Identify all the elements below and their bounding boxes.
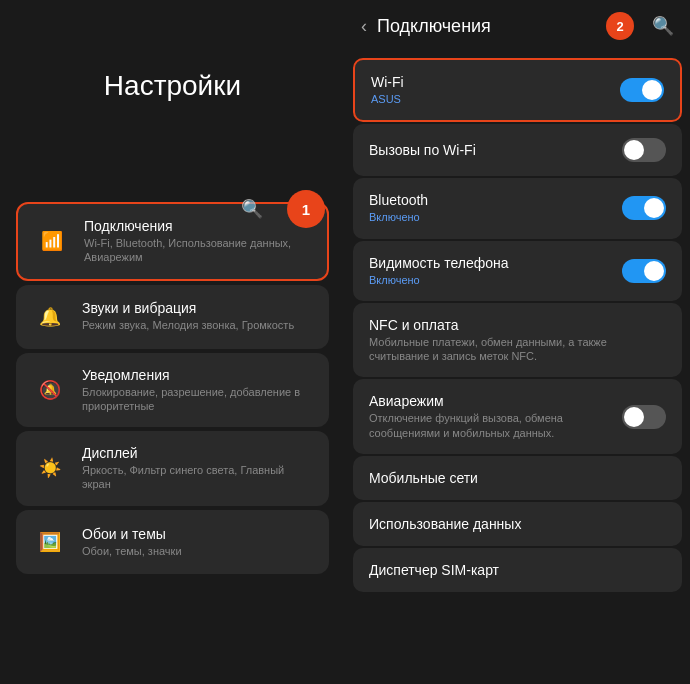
search-button-right[interactable]: 🔍 [652, 15, 674, 37]
menu-list: 📶 Подключения Wi-Fi, Bluetooth, Использо… [16, 202, 329, 574]
bluetooth-subtitle: Включено [369, 210, 612, 224]
setting-bluetooth[interactable]: Bluetooth Включено [353, 178, 682, 238]
notifications-icon: 🔕 [32, 372, 68, 408]
setting-sim-manager[interactable]: Диспетчер SIM-карт [353, 548, 682, 592]
badge-2: 2 [606, 12, 634, 40]
wifi-calling-toggle-thumb [624, 140, 644, 160]
wifi-calling-toggle[interactable] [622, 138, 666, 162]
display-icon: ☀️ [32, 450, 68, 486]
sim-manager-title: Диспетчер SIM-карт [369, 562, 666, 578]
nfc-subtitle: Мобильные платежи, обмен данными, а такж… [369, 335, 666, 364]
bluetooth-toggle-thumb [644, 198, 664, 218]
themes-title: Обои и темы [82, 526, 182, 542]
sounds-subtitle: Режим звука, Мелодия звонка, Громкость [82, 318, 294, 332]
wifi-toggle[interactable] [620, 78, 664, 102]
phone-visibility-toggle-thumb [644, 261, 664, 281]
display-subtitle: Яркость, Фильтр синего света, Главный эк… [82, 463, 313, 492]
themes-icon: 🖼️ [32, 524, 68, 560]
phone-visibility-title: Видимость телефона [369, 255, 612, 271]
badge-1: 1 [287, 190, 325, 228]
menu-item-sounds[interactable]: 🔔 Звуки и вибрация Режим звука, Мелодия … [16, 285, 329, 349]
wifi-title: Wi-Fi [371, 74, 610, 90]
nfc-title: NFC и оплата [369, 317, 666, 333]
left-icons-row: 🔍 1 [233, 190, 325, 228]
menu-item-display[interactable]: ☀️ Дисплей Яркость, Фильтр синего света,… [16, 431, 329, 506]
search-button-left[interactable]: 🔍 [233, 190, 271, 228]
left-panel: Настройки 🔍 1 📶 Подключения Wi-Fi, Bluet… [0, 0, 345, 684]
themes-subtitle: Обои, темы, значки [82, 544, 182, 558]
mobile-networks-title: Мобильные сети [369, 470, 666, 486]
search-icon-left: 🔍 [241, 198, 263, 220]
app-title: Настройки [104, 70, 241, 102]
wifi-calling-title: Вызовы по Wi-Fi [369, 142, 612, 158]
setting-nfc[interactable]: NFC и оплата Мобильные платежи, обмен да… [353, 303, 682, 378]
wifi-subtitle: ASUS [371, 92, 610, 106]
setting-wifi[interactable]: Wi-Fi ASUS [353, 58, 682, 122]
connections-subtitle: Wi-Fi, Bluetooth, Использование данных, … [84, 236, 311, 265]
setting-mobile-networks[interactable]: Мобильные сети [353, 456, 682, 500]
back-button[interactable]: ‹ [361, 16, 367, 37]
wifi-toggle-thumb [642, 80, 662, 100]
phone-visibility-subtitle: Включено [369, 273, 612, 287]
setting-airplane[interactable]: Авиарежим Отключение функций вызова, обм… [353, 379, 682, 454]
connections-icon: 📶 [34, 223, 70, 259]
bluetooth-title: Bluetooth [369, 192, 612, 208]
data-usage-title: Использование данных [369, 516, 666, 532]
menu-item-themes[interactable]: 🖼️ Обои и темы Обои, темы, значки [16, 510, 329, 574]
display-title: Дисплей [82, 445, 313, 461]
right-panel: ‹ Подключения 2 🔍 Wi-Fi ASUS Вызовы по W… [345, 0, 690, 684]
right-header: ‹ Подключения 2 🔍 [345, 0, 690, 52]
airplane-subtitle: Отключение функций вызова, обмена сообще… [369, 411, 612, 440]
sounds-icon: 🔔 [32, 299, 68, 335]
airplane-toggle[interactable] [622, 405, 666, 429]
setting-data-usage[interactable]: Использование данных [353, 502, 682, 546]
menu-item-notifications[interactable]: 🔕 Уведомления Блокирование, разрешение, … [16, 353, 329, 428]
settings-list: Wi-Fi ASUS Вызовы по Wi-Fi Bluetooth Вкл… [345, 52, 690, 684]
sounds-title: Звуки и вибрация [82, 300, 294, 316]
setting-wifi-calling[interactable]: Вызовы по Wi-Fi [353, 124, 682, 176]
phone-visibility-toggle[interactable] [622, 259, 666, 283]
bluetooth-toggle[interactable] [622, 196, 666, 220]
right-panel-title: Подключения [377, 16, 596, 37]
notifications-title: Уведомления [82, 367, 313, 383]
notifications-subtitle: Блокирование, разрешение, добавление в п… [82, 385, 313, 414]
setting-phone-visibility[interactable]: Видимость телефона Включено [353, 241, 682, 301]
airplane-toggle-thumb [624, 407, 644, 427]
airplane-title: Авиарежим [369, 393, 612, 409]
